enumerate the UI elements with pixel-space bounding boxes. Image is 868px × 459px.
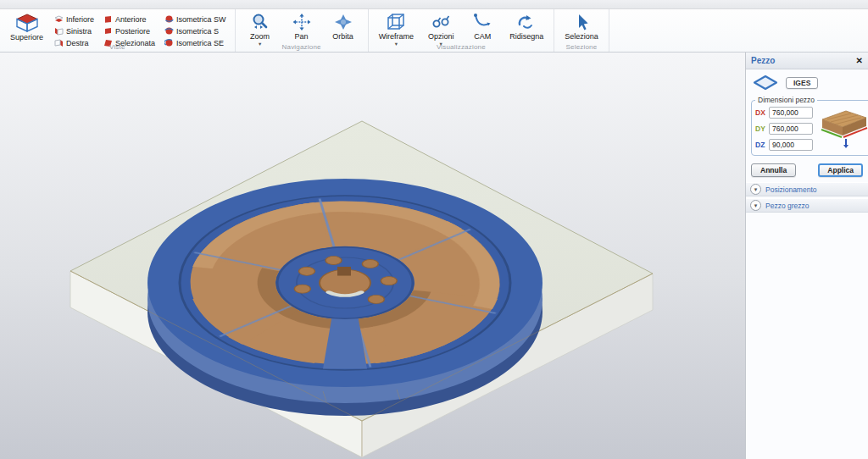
redraw-button[interactable]: Ridisegna bbox=[506, 11, 547, 41]
wireframe-button[interactable]: Wireframe ▾ bbox=[376, 11, 418, 46]
view-front-icon bbox=[103, 14, 113, 24]
view-isometric-sw-icon bbox=[164, 14, 174, 24]
panel-title: Pezzo bbox=[751, 56, 856, 65]
viewport-3d[interactable] bbox=[0, 53, 745, 459]
ribbon-group-navigazione: Zoom ▾ Pan Orbita Navigazione bbox=[236, 9, 369, 52]
view-left-label: Sinistra bbox=[66, 27, 92, 36]
view-bottom-label: Inferiore bbox=[66, 15, 94, 24]
group-label-navigazione: Navigazione bbox=[236, 43, 368, 51]
pezzo-panel-header: Pezzo ✕ bbox=[746, 53, 868, 69]
view-isometric-s-button[interactable]: Isometrica S bbox=[163, 25, 228, 36]
wireframe-icon bbox=[385, 13, 407, 31]
view-isometric-sw-button[interactable]: Isometrica SW bbox=[163, 14, 228, 25]
ribbon-group-viste: Superiore Inferiore Sinistra Destra bbox=[0, 9, 236, 52]
redraw-icon bbox=[516, 13, 537, 31]
window-top-strip bbox=[0, 0, 868, 9]
dimension-row-dz: DZ bbox=[755, 139, 813, 151]
view-back-label: Posteriore bbox=[115, 27, 150, 36]
view-back-button[interactable]: Posteriore bbox=[102, 25, 157, 36]
view-top-label: Superiore bbox=[10, 33, 43, 41]
group-label-selezione: Selezione bbox=[554, 43, 609, 51]
cam-icon bbox=[472, 13, 492, 31]
dimensions-legend: Dimensioni pezzo bbox=[755, 96, 817, 104]
view-front-button[interactable]: Anteriore bbox=[102, 14, 157, 25]
apply-button[interactable]: Applica bbox=[818, 163, 863, 177]
view-left-icon bbox=[54, 26, 64, 36]
options-label: Opzioni bbox=[428, 32, 454, 41]
group-label-viste: Viste bbox=[0, 43, 235, 51]
view-front-label: Anteriore bbox=[115, 15, 147, 24]
dx-label: DX bbox=[755, 108, 766, 117]
format-chip[interactable]: IGES bbox=[786, 77, 818, 89]
dx-input[interactable] bbox=[769, 107, 813, 119]
chevron-down-icon[interactable]: ▾ bbox=[750, 184, 761, 195]
chevron-down-icon[interactable]: ▾ bbox=[750, 200, 761, 211]
dz-label: DZ bbox=[755, 141, 766, 149]
zoom-icon bbox=[250, 13, 270, 31]
view-back-icon bbox=[103, 26, 113, 36]
group-label-visualizzazione: Visualizzazione bbox=[369, 43, 554, 51]
section-pezzo-grezzo[interactable]: ▾ Pezzo grezzo bbox=[746, 198, 868, 213]
stock-preview-thumbnail bbox=[817, 105, 868, 149]
view-isometric-s-icon bbox=[164, 26, 174, 36]
dimension-row-dy: DY bbox=[755, 123, 813, 135]
pezzo-panel: Pezzo ✕ IGES Dimensioni pezzo DX DY DZ bbox=[745, 53, 868, 459]
pan-label: Pan bbox=[295, 32, 309, 41]
view-isometric-s-label: Isometrica S bbox=[176, 27, 219, 36]
select-cursor-icon bbox=[571, 13, 592, 31]
options-button[interactable]: Opzioni ▾ bbox=[423, 11, 459, 46]
dy-label: DY bbox=[755, 124, 766, 133]
orbit-icon bbox=[333, 13, 353, 31]
pan-icon bbox=[292, 13, 312, 31]
view-top-icon bbox=[14, 13, 40, 32]
file-format-row: IGES bbox=[746, 69, 868, 93]
view-top-button[interactable]: Superiore bbox=[7, 11, 47, 41]
section-posizionamento-label: Posizionamento bbox=[765, 185, 816, 194]
zoom-label: Zoom bbox=[250, 32, 270, 41]
dimensions-group: Dimensioni pezzo DX DY DZ bbox=[751, 96, 868, 156]
wireframe-label: Wireframe bbox=[379, 32, 415, 41]
select-label: Seleziona bbox=[565, 32, 598, 41]
dimension-fields: DX DY DZ bbox=[755, 105, 813, 151]
redraw-label: Ridisegna bbox=[509, 32, 543, 41]
view-left-button[interactable]: Sinistra bbox=[53, 25, 96, 36]
ribbon-toolbar: Superiore Inferiore Sinistra Destra bbox=[0, 9, 868, 53]
cam-label: CAM bbox=[474, 32, 491, 41]
section-pezzo-grezzo-label: Pezzo grezzo bbox=[765, 202, 810, 210]
options-icon bbox=[431, 13, 451, 31]
cancel-button[interactable]: Annulla bbox=[751, 163, 796, 177]
section-posizionamento[interactable]: ▾ Posizionamento bbox=[746, 182, 868, 196]
ribbon-group-visualizzazione: Wireframe ▾ Opzioni ▾ CAM bbox=[369, 9, 555, 52]
view-isometric-sw-label: Isometrica SW bbox=[176, 15, 226, 24]
ribbon-group-selezione: Seleziona Selezione bbox=[554, 9, 609, 52]
ribbon-spacer bbox=[609, 9, 868, 52]
slab-plane-icon bbox=[753, 75, 778, 91]
viewport-scene bbox=[0, 53, 745, 459]
view-bottom-button[interactable]: Inferiore bbox=[53, 14, 96, 25]
zoom-button[interactable]: Zoom ▾ bbox=[242, 11, 278, 46]
select-button[interactable]: Seleziona bbox=[561, 11, 602, 41]
dy-input[interactable] bbox=[769, 123, 813, 135]
cam-button[interactable]: CAM bbox=[465, 11, 500, 41]
orbit-button[interactable]: Orbita bbox=[326, 11, 361, 41]
dz-input[interactable] bbox=[769, 139, 813, 151]
close-icon[interactable]: ✕ bbox=[856, 56, 863, 65]
orbit-label: Orbita bbox=[332, 32, 353, 41]
dimension-row-dx: DX bbox=[755, 107, 813, 119]
view-bottom-icon bbox=[54, 14, 64, 24]
panel-button-row: Annulla Applica bbox=[746, 159, 868, 180]
pan-button[interactable]: Pan bbox=[284, 11, 320, 41]
